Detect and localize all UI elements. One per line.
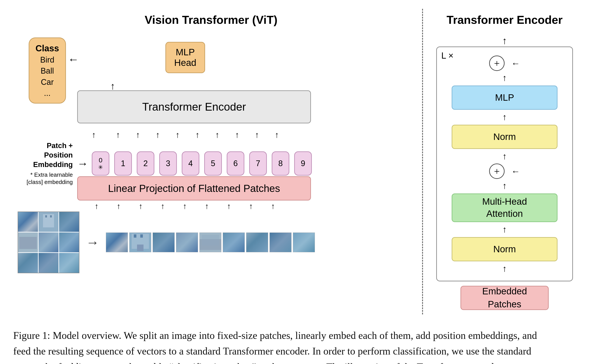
- svg-rect-13: [202, 235, 219, 246]
- plus-bottom-row: + ←: [489, 162, 520, 181]
- enc-norm2-block: Norm: [452, 237, 558, 261]
- encoder-wrapper: ↑ L × + ← ↑ MLP ↑: [436, 35, 573, 310]
- token-9: 9: [294, 151, 312, 176]
- embedding-label-area: Patch + PositionEmbedding * Extra learna…: [18, 141, 77, 186]
- embedded-patches-box: EmbeddedPatches: [460, 286, 549, 310]
- token-4: 4: [182, 151, 199, 176]
- diagram-area: Vision Transformer (ViT) Class Bird Ball…: [13, 9, 582, 314]
- token-0: 0 ✳: [92, 151, 109, 176]
- enc-arrow-4: ↑: [502, 182, 507, 190]
- encoder-title: Transformer Encoder: [436, 13, 573, 27]
- patch-arrows: ↑ ↑ ↑ ↑ ↑ ↑ ↑ ↑ ↑: [86, 202, 283, 211]
- img-cell-4: [18, 233, 38, 252]
- enc-arrow-5: ↑: [502, 225, 507, 234]
- plus-top-row: + ←: [489, 54, 520, 73]
- patch-7: [246, 233, 268, 252]
- patch-9: [293, 233, 315, 252]
- svg-rect-9: [140, 234, 143, 238]
- token-arrows: ↑ ↑ ↑ ↑ ↑ ↑ ↑ ↑ ↑ ↑: [85, 130, 286, 140]
- token-2: 2: [137, 151, 154, 176]
- patches-arrow: →: [86, 235, 99, 250]
- svg-rect-10: [137, 245, 143, 251]
- plus-circle-bottom: +: [489, 164, 505, 179]
- img-cell-6: [59, 233, 79, 252]
- transformer-encoder-box: Transformer Encoder: [77, 90, 311, 124]
- enc-arrow-6: ↑: [502, 264, 507, 273]
- enc-arrow-3: ↑: [502, 152, 507, 161]
- tokens-row: 0 ✳ 1 2 3 4 5 6 7 8 9: [90, 151, 313, 176]
- svg-rect-1: [43, 214, 54, 227]
- image-patches-row: →: [18, 212, 315, 273]
- patch-4: [176, 233, 198, 252]
- patch-6: [223, 233, 245, 252]
- img-cell-7: [18, 253, 38, 273]
- patch-1: [106, 233, 128, 252]
- img-cell-9: [59, 253, 79, 273]
- img-cell-8: [39, 253, 58, 273]
- encoder-outer-box: L × + ← ↑ MLP ↑ Norm: [436, 47, 573, 281]
- img-cell-3: [59, 212, 79, 232]
- vit-section: Vision Transformer (ViT) Class Bird Ball…: [13, 9, 418, 314]
- enc-top-arrow: ↑: [502, 35, 507, 47]
- class-arrow: ←: [68, 53, 79, 66]
- token-7: 7: [249, 151, 267, 176]
- svg-rect-5: [19, 237, 37, 249]
- main-container: Vision Transformer (ViT) Class Bird Ball…: [13, 9, 582, 364]
- enc-arrow-2: ↑: [502, 113, 507, 122]
- img-cell-2: [39, 212, 58, 232]
- enc-mlp-block: MLP: [452, 85, 558, 110]
- encoder-section: Transformer Encoder ↑ L × + ← ↑ MLP: [427, 9, 582, 314]
- img-cell-5: [39, 233, 58, 252]
- linear-proj-box: Linear Projection of Flattened Patches: [77, 176, 311, 200]
- lx-label: L ×: [441, 51, 453, 61]
- svg-rect-3: [50, 215, 52, 218]
- svg-rect-2: [45, 215, 47, 218]
- token-1: 1: [114, 151, 132, 176]
- patch-3: [153, 233, 175, 252]
- plus-circle-top: +: [489, 55, 505, 71]
- patch-2: [129, 233, 151, 252]
- img-cell-1: [18, 212, 38, 232]
- patch-5: [199, 233, 221, 252]
- encoder-to-mlp-arrow: ↑: [110, 82, 115, 91]
- enc-mha-block: Multi-HeadAttention: [452, 193, 558, 222]
- token-8: 8: [272, 151, 289, 176]
- enc-norm1-block: Norm: [452, 125, 558, 149]
- figure-caption: Figure 1: Model overview. We split an im…: [13, 328, 543, 364]
- enc-arrow-1: ↑: [502, 74, 507, 82]
- vit-title: Vision Transformer (ViT): [18, 13, 404, 27]
- svg-rect-8: [134, 234, 136, 238]
- individual-patches: [106, 233, 315, 252]
- source-image-grid: [18, 212, 79, 273]
- patch-8: [269, 233, 291, 252]
- token-3: 3: [159, 151, 177, 176]
- token-5: 5: [204, 151, 222, 176]
- section-divider: [422, 9, 423, 314]
- token-6: 6: [227, 151, 244, 176]
